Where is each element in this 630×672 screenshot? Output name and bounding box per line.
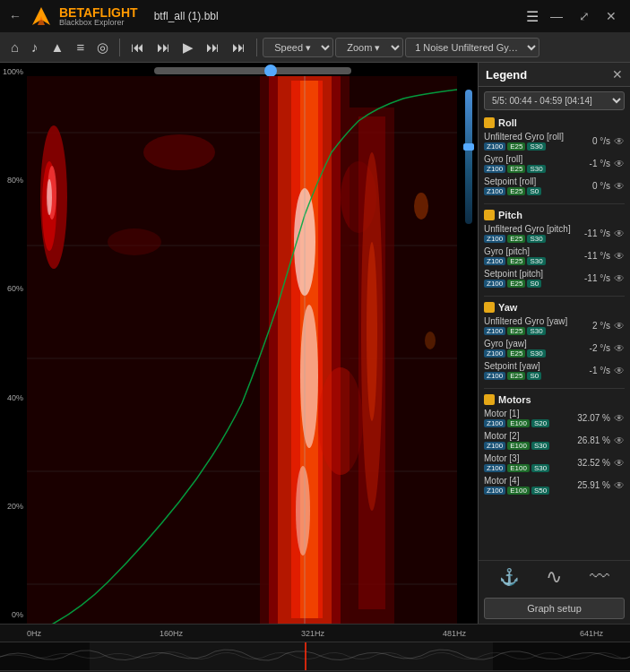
legend-item-gyro-pitch: Gyro [pitch] Z100 E25 S30 -11 °/s 👁 — [484, 246, 625, 266]
eye-motor3[interactable]: 👁 — [614, 457, 625, 470]
logo-subtitle: Blackbox Explorer — [59, 19, 138, 27]
eye-unfiltered-yaw[interactable]: 👁 — [614, 320, 625, 332]
hamburger-menu[interactable]: ☰ — [526, 8, 539, 25]
eye-motor4[interactable]: 👁 — [614, 479, 625, 492]
divider-3 — [484, 388, 625, 389]
legend-item-gyro-yaw: Gyro [yaw] Z100 E25 S30 -2 °/s 👁 — [484, 338, 625, 358]
roll-color-box — [484, 117, 495, 128]
play-button[interactable]: ▶ — [177, 36, 199, 59]
yaw-color-box — [484, 302, 495, 313]
eye-setpoint-yaw[interactable]: 👁 — [614, 365, 625, 377]
legend-section-yaw: Yaw Unfiltered Gyro [yaw] Z100 E25 S30 2… — [479, 299, 630, 385]
svg-point-22 — [108, 228, 161, 255]
svg-point-19 — [300, 305, 318, 448]
legend-item-motor4: Motor [4] Z100 E100 S50 25.91 % 👁 — [484, 475, 625, 495]
chart-button[interactable]: ≡ — [71, 36, 90, 58]
x-label-160hz: 160Hz — [160, 629, 183, 638]
legend-item-setpoint-roll: Setpoint [roll] Z100 E25 S0 0 °/s 👁 — [484, 176, 625, 196]
svg-point-20 — [296, 466, 310, 556]
betaflight-logo — [29, 4, 54, 29]
toolbar-sep2 — [256, 39, 257, 56]
svg-point-30 — [425, 332, 436, 349]
legend-actions: ⚓ ∿ 〰 — [479, 560, 630, 593]
location-button[interactable]: ◎ — [91, 36, 114, 59]
toolbar: ⌂ ♪ ▲ ≡ ◎ ⏮ ⏭ ▶ ⏭ ⏭ Speed ▾ Zoom ▾ 1 Noi… — [0, 32, 630, 63]
upload-button[interactable]: ▲ — [46, 36, 70, 58]
wave-icon[interactable]: 〰 — [590, 565, 609, 589]
titlebar: ← BETAFLIGHT Blackbox Explorer btfl_all … — [0, 0, 630, 32]
divider-2 — [484, 296, 625, 297]
x-label-481hz: 481Hz — [443, 629, 466, 638]
yaw-section-title: Yaw — [484, 302, 625, 313]
legend-item-unfiltered-gyro-roll: Unfiltered Gyro [roll] Z100 E25 S30 0 °/… — [484, 131, 625, 151]
legend-section-roll: Roll Unfiltered Gyro [roll] Z100 E25 S30… — [479, 115, 630, 201]
legend-item-motor3: Motor [3] Z100 E100 S30 32.52 % 👁 — [484, 452, 625, 473]
toolbar-sep1 — [119, 39, 120, 56]
svg-point-12 — [47, 179, 52, 215]
motors-section-title: Motors — [484, 394, 625, 405]
legend-item-motor2: Motor [2] Z100 E100 S30 26.81 % 👁 — [484, 430, 625, 451]
svg-rect-36 — [90, 642, 493, 670]
session-select[interactable]: 5/5: 00:44 - 04:59 [04:14] — [484, 91, 625, 110]
skip-start-button[interactable]: ⏮ — [125, 36, 150, 58]
titlebar-left: ← BETAFLIGHT Blackbox Explorer btfl_all … — [9, 4, 219, 29]
x-axis: 0Hz 160Hz 321Hz 481Hz 641Hz — [0, 624, 630, 642]
eye-unfiltered-pitch[interactable]: 👁 — [614, 228, 625, 240]
legend-item-unfiltered-gyro-yaw: Unfiltered Gyro [yaw] Z100 E25 S30 2 °/s… — [484, 315, 625, 336]
skip-end-button[interactable]: ⏭ — [227, 36, 251, 58]
minimize-button[interactable]: — — [546, 7, 567, 25]
anchor-icon[interactable]: ⚓ — [499, 567, 519, 587]
legend-title: Legend — [486, 68, 527, 82]
spectrogram-svg: Unfiltered Gyro [roll] #031800 — [0, 63, 478, 624]
x-label-641hz: 641Hz — [580, 629, 603, 638]
zoom-dropdown[interactable]: Zoom ▾ — [335, 38, 403, 57]
roll-section-title: Roll — [484, 117, 625, 128]
legend-item-gyro-roll: Gyro [roll] Z100 E25 S30 -1 °/s 👁 — [484, 153, 625, 174]
motors-color-box — [484, 394, 495, 405]
logo-text: BETAFLIGHT — [59, 6, 138, 19]
eye-gyro-pitch[interactable]: 👁 — [614, 250, 625, 263]
x-label-0hz: 0Hz — [27, 629, 41, 638]
smooth-icon[interactable]: ∿ — [546, 565, 562, 589]
svg-point-28 — [367, 242, 377, 421]
mini-timeline — [0, 642, 630, 670]
close-button[interactable]: ✕ — [601, 7, 621, 25]
eye-unfiltered-roll[interactable]: 👁 — [614, 135, 625, 148]
titlebar-right: ☰ — ⤢ ✕ — [526, 7, 621, 25]
prev-button[interactable]: ⏭ — [151, 36, 176, 58]
pitch-color-box — [484, 210, 495, 220]
svg-point-21 — [143, 134, 215, 170]
legend-item-motor1: Motor [1] Z100 E100 S20 32.07 % 👁 — [484, 408, 625, 428]
x-label-321hz: 321Hz — [301, 629, 324, 638]
speed-dropdown[interactable]: Speed ▾ — [263, 38, 333, 57]
chart-area: 100% 80% 60% 40% 20% 0% GYRO LPF (PT1) D… — [0, 63, 478, 624]
legend-item-setpoint-pitch: Setpoint [pitch] Z100 E25 S0 -11 °/s 👁 — [484, 268, 625, 289]
legend-panel: Legend ✕ 5/5: 00:44 - 04:59 [04:14] Roll… — [478, 63, 630, 624]
svg-point-29 — [414, 193, 428, 220]
eye-setpoint-roll[interactable]: 👁 — [614, 180, 625, 193]
legend-item-unfiltered-gyro-pitch: Unfiltered Gyro [pitch] Z100 E25 S30 -11… — [484, 223, 625, 244]
audio-button[interactable]: ♪ — [26, 36, 44, 58]
legend-header: Legend ✕ — [479, 63, 630, 87]
main-content: 100% 80% 60% 40% 20% 0% GYRO LPF (PT1) D… — [0, 63, 630, 624]
eye-gyro-roll[interactable]: 👁 — [614, 158, 625, 170]
filename-label: btfl_all (1).bbl — [154, 10, 219, 22]
divider-1 — [484, 203, 625, 204]
logo-area: BETAFLIGHT Blackbox Explorer — [29, 4, 138, 29]
eye-gyro-yaw[interactable]: 👁 — [614, 342, 625, 355]
eye-motor2[interactable]: 👁 — [614, 435, 625, 447]
back-button[interactable]: ← — [9, 9, 22, 23]
legend-section-pitch: Pitch Unfiltered Gyro [pitch] Z100 E25 S… — [479, 207, 630, 293]
eye-setpoint-pitch[interactable]: 👁 — [614, 272, 625, 285]
home-button[interactable]: ⌂ — [5, 36, 24, 58]
eye-motor1[interactable]: 👁 — [614, 412, 625, 425]
maximize-button[interactable]: ⤢ — [574, 7, 594, 25]
legend-close-button[interactable]: ✕ — [612, 67, 623, 82]
legend-section-motors: Motors Motor [1] Z100 E100 S20 32.07 % 👁… — [479, 392, 630, 500]
vertical-slider[interactable] — [465, 90, 472, 624]
legend-item-setpoint-yaw: Setpoint [yaw] Z100 E25 S0 -1 °/s 👁 — [484, 360, 625, 381]
pitch-section-title: Pitch — [484, 210, 625, 220]
source-dropdown[interactable]: 1 Noise Unfiltered Gy... ▾ — [405, 38, 539, 57]
graph-setup-button[interactable]: Graph setup — [484, 598, 625, 619]
next-button[interactable]: ⏭ — [201, 36, 225, 58]
